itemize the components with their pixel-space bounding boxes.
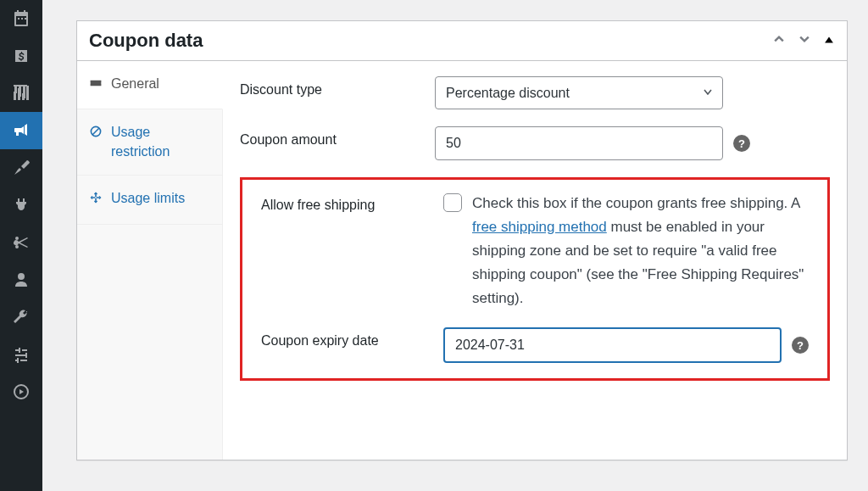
menu-users[interactable] bbox=[0, 261, 42, 299]
play-circle-icon bbox=[13, 383, 30, 400]
menu-calendar[interactable] bbox=[0, 0, 42, 37]
menu-plugins[interactable] bbox=[0, 187, 42, 224]
user-icon bbox=[13, 271, 30, 288]
expiry-date-label: Coupon expiry date bbox=[261, 327, 435, 349]
wrench-icon bbox=[13, 309, 30, 326]
menu-tools-cut[interactable] bbox=[0, 224, 42, 261]
menu-appearance[interactable] bbox=[0, 149, 42, 187]
svg-rect-0 bbox=[14, 92, 16, 100]
free-shipping-label: Allow free shipping bbox=[261, 192, 435, 213]
sliders-icon bbox=[13, 346, 30, 363]
limits-icon bbox=[89, 191, 103, 209]
help-tip-icon[interactable]: ? bbox=[792, 337, 809, 354]
toggle-panel-icon[interactable] bbox=[823, 32, 835, 50]
move-down-icon[interactable] bbox=[798, 32, 811, 50]
coupon-data-metabox: Coupon data General Usage restriction bbox=[76, 20, 848, 460]
tab-usage-restriction-label: Usage restriction bbox=[111, 123, 210, 161]
move-up-icon[interactable] bbox=[772, 32, 786, 50]
svg-rect-3 bbox=[26, 86, 29, 100]
content-area: Coupon data General Usage restriction bbox=[42, 0, 868, 491]
megaphone-icon bbox=[13, 122, 30, 139]
coupon-amount-label: Coupon amount bbox=[240, 126, 426, 148]
tab-general-label: General bbox=[111, 75, 159, 93]
help-tip-icon[interactable]: ? bbox=[733, 135, 750, 152]
coupon-amount-control: ? bbox=[435, 126, 830, 160]
menu-collapse[interactable] bbox=[0, 373, 42, 410]
coupon-amount-row: Coupon amount ? bbox=[240, 126, 830, 160]
discount-type-select-wrap: Percentage discount bbox=[435, 76, 723, 109]
metabox-header: Coupon data bbox=[77, 21, 847, 61]
coupon-amount-input[interactable] bbox=[435, 126, 723, 160]
scissors-icon bbox=[13, 234, 30, 251]
expiry-date-control: ? bbox=[443, 327, 809, 363]
menu-sales[interactable] bbox=[0, 37, 42, 75]
admin-sidebar bbox=[0, 0, 42, 491]
free-shipping-checkbox[interactable] bbox=[443, 193, 462, 212]
tab-usage-restriction[interactable]: Usage restriction bbox=[77, 109, 222, 176]
svg-line-6 bbox=[92, 128, 99, 135]
stats-icon bbox=[13, 85, 30, 102]
discount-type-select[interactable]: Percentage discount bbox=[435, 76, 723, 109]
dollar-icon bbox=[13, 47, 30, 64]
tab-general[interactable]: General bbox=[77, 61, 223, 109]
free-shipping-row: Allow free shipping Check this box if th… bbox=[261, 192, 809, 310]
coupon-tabs: General Usage restriction Usage limits bbox=[77, 61, 223, 460]
discount-type-row: Discount type Percentage discount bbox=[240, 76, 830, 109]
tab-usage-limits[interactable]: Usage limits bbox=[77, 176, 222, 224]
metabox-body: General Usage restriction Usage limits D… bbox=[77, 61, 847, 460]
menu-marketing[interactable] bbox=[0, 112, 42, 149]
calendar-icon bbox=[13, 10, 30, 27]
discount-type-label: Discount type bbox=[240, 76, 426, 98]
expiry-date-row: Coupon expiry date ? bbox=[261, 327, 809, 363]
metabox-title: Coupon data bbox=[89, 30, 203, 52]
svg-rect-1 bbox=[18, 88, 20, 100]
block-icon bbox=[89, 125, 103, 143]
menu-analytics[interactable] bbox=[0, 75, 42, 112]
expiry-date-input[interactable] bbox=[443, 327, 782, 363]
highlighted-section: Allow free shipping Check this box if th… bbox=[240, 177, 830, 381]
free-shipping-method-link[interactable]: free shipping method bbox=[472, 219, 607, 235]
metabox-controls bbox=[772, 32, 835, 50]
tab-usage-limits-label: Usage limits bbox=[111, 189, 185, 208]
svg-rect-2 bbox=[22, 93, 25, 100]
discount-type-control: Percentage discount bbox=[435, 76, 830, 109]
plug-icon bbox=[13, 197, 30, 214]
ticket-icon bbox=[89, 76, 103, 95]
free-shipping-description: Check this box if the coupon grants free… bbox=[472, 192, 809, 310]
menu-settings[interactable] bbox=[0, 336, 42, 373]
general-panel: Discount type Percentage discount Coupon… bbox=[223, 61, 847, 460]
menu-tools[interactable] bbox=[0, 299, 42, 336]
free-shipping-control: Check this box if the coupon grants free… bbox=[443, 192, 809, 310]
brush-icon bbox=[13, 159, 30, 176]
